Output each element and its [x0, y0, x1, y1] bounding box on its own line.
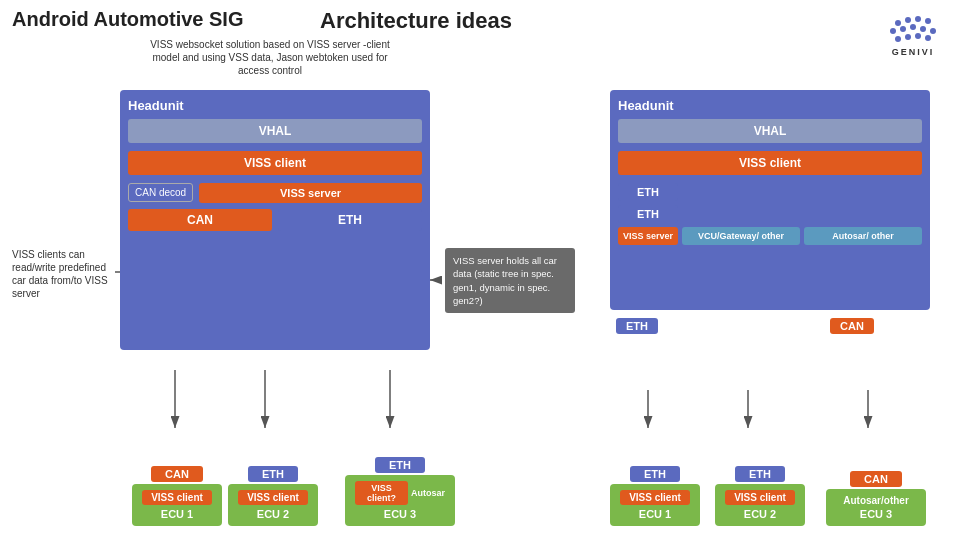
ecu2-center-left-section: ETH VISS client ECU 2 [228, 466, 318, 526]
ecu2-cl-viss-client: VISS client [238, 490, 308, 505]
ecu1-right-top-label: ETH [630, 466, 680, 482]
svg-point-21 [915, 33, 921, 39]
ecu2-right-viss-client: VISS client [725, 490, 795, 505]
ecu1-left-viss-client: VISS client [142, 490, 212, 505]
svg-point-22 [925, 35, 931, 41]
ecu1-left-block: VISS client ECU 1 [132, 484, 222, 526]
viss-clients-description: VISS clients can read/write predefined c… [12, 248, 117, 300]
ecu2-cl-label: ECU 2 [238, 508, 308, 520]
ecu3-right-section: CAN Autosar/other ECU 3 [826, 471, 926, 526]
left-vhal-box: VHAL [128, 119, 422, 143]
autosar-other-box: Autosar/ other [804, 227, 922, 245]
ecu3-right-autosar: Autosar/other [836, 495, 916, 506]
svg-point-17 [920, 26, 926, 32]
middle-info-box: VISS server holds all car data (static t… [445, 248, 575, 313]
ecu1-right-section: ETH VISS client ECU 1 [610, 466, 700, 526]
ecu1-right-label: ECU 1 [620, 508, 690, 520]
left-viss-server-box: VISS server [199, 183, 422, 203]
ecu2-right-label: ECU 2 [725, 508, 795, 520]
ecu3-cr-autosar: Autosar [411, 488, 445, 498]
right-eth-inner2: ETH [618, 205, 678, 223]
svg-point-11 [905, 17, 911, 23]
ecu2-cl-block: VISS client ECU 2 [228, 484, 318, 526]
ecu3-right-label: ECU 3 [836, 508, 916, 520]
left-can-label: CAN [128, 209, 272, 231]
page-title: Android Automotive SIG [12, 8, 243, 31]
ecu3-center-right-section: ETH VISS client? Autosar ECU 3 [345, 457, 455, 526]
ecu2-right-block: VISS client ECU 2 [715, 484, 805, 526]
ecu3-cr-label: ECU 3 [355, 508, 445, 520]
subtitle-text: VISS websocket solution based on VISS se… [140, 38, 400, 77]
ecu3-cr-block: VISS client? Autosar ECU 3 [345, 475, 455, 526]
ecu3-right-block: Autosar/other ECU 3 [826, 489, 926, 526]
ecu1-left-section: CAN VISS client ECU 1 [132, 466, 222, 526]
svg-point-15 [900, 26, 906, 32]
vcu-gateway-box: VCU/Gateway/ other [682, 227, 800, 245]
ecu3-cr-viss-client: VISS client? [355, 481, 408, 505]
genivi-logo: GENIVI [878, 8, 948, 63]
ecu1-left-top-label: CAN [151, 466, 203, 482]
can-eth-row: CAN ETH [128, 209, 422, 231]
svg-point-18 [930, 28, 936, 34]
right-headunit-block: Headunit VHAL VISS client ETH ETH VISS s… [610, 90, 930, 310]
svg-point-12 [915, 16, 921, 22]
svg-point-13 [925, 18, 931, 24]
left-headunit-label: Headunit [128, 98, 422, 113]
left-headunit-block: Headunit VHAL VISS client CAN decod VISS… [120, 90, 430, 350]
arch-title: Architecture ideas [320, 8, 512, 34]
right-viss-server-small: VISS server [618, 227, 678, 245]
right-eth-inner1: ETH [618, 183, 678, 201]
ecu2-cl-top-label: ETH [248, 466, 298, 482]
svg-point-19 [895, 36, 901, 42]
svg-point-14 [890, 28, 896, 34]
ecu1-right-viss-client: VISS client [620, 490, 690, 505]
genivi-label: GENIVI [892, 47, 935, 57]
svg-point-20 [905, 34, 911, 40]
can-decode-box: CAN decod [128, 183, 193, 202]
right-viss-client-box: VISS client [618, 151, 922, 175]
svg-point-10 [895, 20, 901, 26]
right-can-bottom-float: CAN [830, 318, 874, 334]
ecu2-right-top-label: ETH [735, 466, 785, 482]
ecu1-right-block: VISS client ECU 1 [610, 484, 700, 526]
right-vhal-box: VHAL [618, 119, 922, 143]
ecu3-cr-top-label: ETH [375, 457, 425, 473]
vcu-row: VISS server VCU/Gateway/ other Autosar/ … [618, 227, 922, 245]
ecu2-right-section: ETH VISS client ECU 2 [715, 466, 805, 526]
right-headunit-label: Headunit [618, 98, 922, 113]
left-eth-label: ETH [278, 209, 422, 231]
ecu3-right-top-label: CAN [850, 471, 902, 487]
left-viss-client-box: VISS client [128, 151, 422, 175]
right-eth-bottom-float: ETH [616, 318, 658, 334]
can-decode-row: CAN decod VISS server [128, 183, 422, 203]
ecu1-left-label: ECU 1 [142, 508, 212, 520]
svg-point-16 [910, 24, 916, 30]
